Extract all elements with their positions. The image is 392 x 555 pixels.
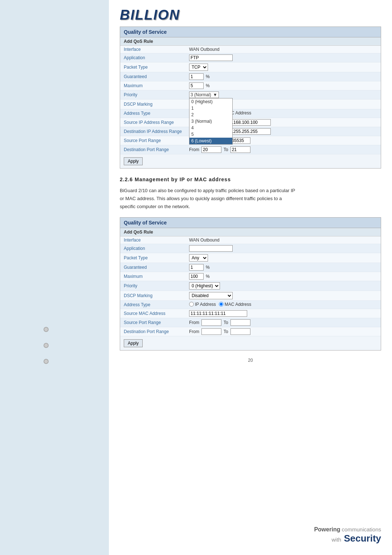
dest-port-from[interactable] [201, 146, 221, 153]
label-interface-2: Interface [120, 236, 185, 244]
table-row: Destination Port Range From To [120, 145, 381, 154]
sidebar-dots [44, 327, 49, 375]
dest-port-to[interactable] [230, 146, 250, 153]
table-row: DSCP Marking 0 (Highest) Disabled [120, 100, 381, 109]
packet-type-select[interactable]: TCP UDP Any [189, 64, 208, 71]
priority-option-3[interactable]: 3 (Normal) [189, 118, 232, 125]
radio-ip-label-2[interactable]: IP Address [189, 302, 216, 307]
table-row: Source IP Address Range To [120, 118, 381, 127]
source-port-from-2[interactable] [201, 319, 221, 326]
priority-option-1[interactable]: 1 [189, 105, 232, 112]
dest-port-from-label: From [189, 147, 199, 152]
label-packet-type: Packet Type [120, 62, 185, 72]
apply-button-1[interactable]: Apply [124, 157, 143, 165]
priority-dropdown-list: 0 (Highest) 1 2 3 (Normal) 4 5 6 (Lowest… [189, 98, 233, 145]
priority-option-5[interactable]: 5 [189, 131, 232, 138]
priority-select-2[interactable]: 0 (Highest) 1 2 3 (Normal) [189, 282, 220, 289]
table-row: Packet Type TCP UDP Any [120, 62, 381, 72]
logo-text: BILLION [120, 7, 381, 23]
table-row: Interface WAN Outbound [120, 236, 381, 244]
apply-button-2[interactable]: Apply [124, 339, 143, 347]
priority-option-6[interactable]: 6 (Lowest) [189, 138, 232, 144]
page-container: BILLION Quality of Service Add QoS Rule … [109, 0, 392, 555]
table-row: Maximum % [120, 81, 381, 90]
label-source-port-2: Source Port Range [120, 318, 185, 327]
label-guaranteed-2: Guaranteed [120, 263, 185, 272]
source-port-from-label-2: From [189, 320, 199, 325]
label-dest-ip: Destination IP Address Range [120, 127, 185, 136]
source-port-to-label-2: To [224, 320, 228, 325]
value-guaranteed-2: % [185, 263, 381, 272]
label-dscp: DSCP Marking [120, 100, 185, 109]
application-input-2[interactable] [189, 245, 233, 252]
dest-port-from-label-2: From [189, 329, 199, 334]
dest-port-to-label: To [224, 147, 228, 152]
label-dest-port: Destination Port Range [120, 145, 185, 154]
maximum-input-2[interactable] [189, 273, 204, 280]
radio-mac-label-2[interactable]: MAC Address [219, 302, 251, 307]
priority-option-2[interactable]: 2 [189, 112, 232, 118]
table-row: Destination Port Range From To [120, 327, 381, 336]
footer-branding: Powering communications with Security [314, 526, 381, 544]
value-application-2 [185, 244, 381, 253]
priority-select[interactable]: 3 (Normal) ▼ [189, 92, 219, 98]
label-maximum-2: Maximum [120, 272, 185, 281]
table-row: Source Port Range From To [120, 318, 381, 327]
table-row: Guaranteed % [120, 263, 381, 272]
value-priority: 3 (Normal) ▼ 0 (Highest) 1 2 3 (Normal) … [185, 90, 381, 100]
maximum-percent: % [206, 83, 210, 88]
table-row: Address Type IP Address MAC Address [120, 300, 381, 309]
value-address-type-2: IP Address MAC Address [185, 300, 381, 309]
apply-btn-container-2: Apply [120, 336, 381, 350]
qos-subtitle-1: Add QoS Rule [120, 37, 381, 46]
value-guaranteed: % [185, 72, 381, 81]
source-port-to-2[interactable] [230, 319, 250, 326]
packet-type-select-2[interactable]: Any TCP UDP [189, 254, 208, 262]
label-guaranteed: Guaranteed [120, 72, 185, 81]
label-interface: Interface [120, 46, 185, 53]
table-row: Source MAC Address [120, 309, 381, 318]
label-application: Application [120, 53, 185, 62]
label-source-ip: Source IP Address Range [120, 118, 185, 127]
footer-with: with [331, 536, 341, 543]
dest-port-to-2[interactable] [230, 328, 250, 335]
qos-subtitle-2: Add QoS Rule [120, 228, 381, 236]
qos-title-2: Quality of Service [120, 218, 381, 228]
label-maximum: Maximum [120, 81, 185, 90]
priority-option-0[interactable]: 0 (Highest) [189, 98, 232, 105]
dscp-select-2[interactable]: Disabled 0 (Highest) [189, 292, 233, 299]
guaranteed-input-2[interactable] [189, 264, 204, 271]
page-number: 20 [120, 358, 381, 363]
application-input[interactable] [189, 54, 233, 61]
label-application-2: Application [120, 244, 185, 253]
radio-mac-2[interactable] [219, 302, 224, 307]
label-address-type-2: Address Type [120, 300, 185, 309]
guaranteed-percent-2: % [206, 265, 210, 270]
value-interface-2: WAN Outbound [185, 236, 381, 244]
maximum-input[interactable] [189, 82, 204, 89]
table-row: Maximum % [120, 272, 381, 281]
logo-area: BILLION [120, 7, 381, 23]
body-text-2: or MAC address. This allows you to quick… [120, 196, 282, 201]
guaranteed-input[interactable] [189, 73, 204, 80]
section-heading-226: 2.2.6 Management by IP or MAC address [120, 177, 381, 182]
sidebar-dot-2 [44, 343, 49, 348]
value-dscp-2: Disabled 0 (Highest) [185, 291, 381, 300]
value-dest-port-2: From To [185, 327, 381, 336]
source-mac-input[interactable] [189, 310, 247, 317]
value-source-port-2: From To [185, 318, 381, 327]
source-port-to[interactable] [230, 137, 250, 144]
sidebar-dot-3 [44, 359, 49, 364]
priority-option-4[interactable]: 4 [189, 125, 232, 131]
radio-ip-2[interactable] [189, 302, 194, 307]
dest-port-from-2[interactable] [201, 328, 221, 335]
label-address-type: Address Type [120, 109, 185, 118]
qos-box-2: Quality of Service Add QoS Rule Interfac… [120, 217, 381, 351]
body-text: BiGuard 2/10 can also be configured to a… [120, 187, 381, 211]
table-row: Priority 3 (Normal) ▼ 0 (Highest) 1 2 3 … [120, 90, 381, 100]
maximum-percent-2: % [206, 274, 210, 279]
value-source-mac [185, 309, 381, 318]
value-packet-type-2: Any TCP UDP [185, 253, 381, 263]
qos-table-2: Interface WAN Outbound Application Packe… [120, 236, 381, 337]
table-row: Packet Type Any TCP UDP [120, 253, 381, 263]
